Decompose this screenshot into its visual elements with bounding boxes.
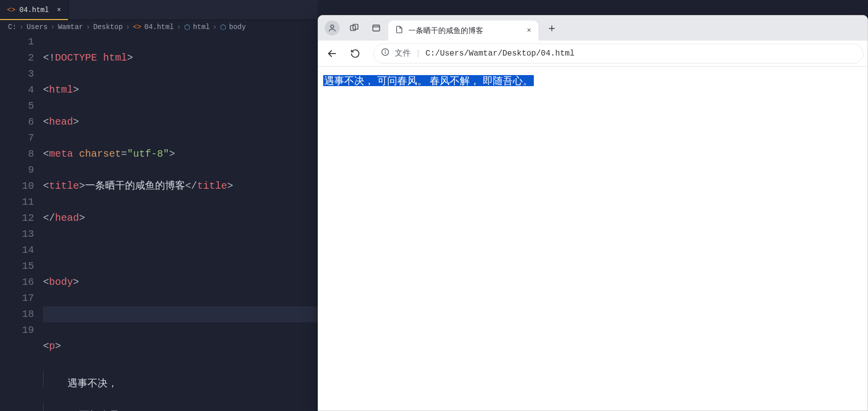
code-area[interactable]: 12345678910111213141516171819 <!DOCTYPE … [0, 34, 318, 411]
collections-icon[interactable] [366, 18, 386, 38]
chevron-right-icon: › [86, 23, 90, 31]
selected-paragraph-text[interactable]: 遇事不决， 可问春风。 春风不解， 即随吾心。 [323, 75, 534, 86]
address-bar: 文件 | C:/Users/Wamtar/Desktop/04.html [318, 41, 867, 67]
browser-tabs-row: 一条晒干的咸鱼的博客 × ＋ [318, 16, 867, 41]
workspaces-icon[interactable] [344, 18, 364, 38]
editor-tab-filename: 04.html [20, 6, 49, 14]
separator: | [416, 49, 421, 58]
html-file-icon: <> [7, 6, 16, 14]
chevron-right-icon: › [126, 23, 130, 31]
url-text: C:/Users/Wamtar/Desktop/04.html [426, 49, 575, 58]
browser-tab[interactable]: 一条晒干的咸鱼的博客 × [388, 21, 538, 41]
chevron-right-icon: › [20, 23, 24, 31]
back-button[interactable] [322, 44, 342, 64]
url-scheme-label: 文件 [395, 48, 411, 59]
struct-icon: ⬡ [220, 23, 226, 32]
svg-rect-3 [373, 25, 379, 31]
breadcrumb-part[interactable]: body [229, 23, 246, 31]
code-editor: <> 04.html × C: › Users › Wamtar › Deskt… [0, 0, 318, 411]
chevron-right-icon: › [177, 23, 181, 31]
info-icon[interactable] [381, 48, 390, 59]
breadcrumb: C: › Users › Wamtar › Desktop › <> 04.ht… [0, 20, 318, 34]
browser-window: 一条晒干的咸鱼的博客 × ＋ 文件 | C:/Users/Wamtar/Desk… [318, 15, 868, 411]
breadcrumb-part[interactable]: C: [8, 23, 17, 31]
chevron-right-icon: › [51, 23, 55, 31]
chevron-right-icon: › [213, 23, 217, 31]
code-text[interactable]: <!DOCTYPE html> <html> <head> <meta char… [43, 34, 318, 411]
svg-point-8 [385, 51, 386, 51]
breadcrumb-part[interactable]: 04.html [145, 23, 174, 31]
close-icon[interactable]: × [57, 6, 61, 14]
breadcrumb-part[interactable]: Wamtar [58, 23, 83, 31]
editor-tabs-row: <> 04.html × [0, 0, 318, 20]
line-gutter: 12345678910111213141516171819 [0, 34, 43, 411]
breadcrumb-part[interactable]: Users [27, 23, 48, 31]
url-field[interactable]: 文件 | C:/Users/Wamtar/Desktop/04.html [373, 44, 863, 64]
refresh-button[interactable] [345, 44, 365, 64]
browser-tab-title: 一条晒干的咸鱼的博客 [408, 26, 522, 36]
page-viewport[interactable]: 遇事不决， 可问春风。 春风不解， 即随吾心。 [318, 67, 867, 95]
breadcrumb-part[interactable]: html [193, 23, 210, 31]
profile-avatar-icon[interactable] [325, 21, 340, 36]
breadcrumb-part[interactable]: Desktop [93, 23, 123, 31]
editor-tab[interactable]: <> 04.html × [0, 0, 69, 20]
new-tab-button[interactable]: ＋ [543, 20, 560, 37]
page-icon [395, 25, 403, 37]
close-icon[interactable]: × [527, 27, 531, 35]
html-file-icon: <> [133, 23, 142, 31]
svg-point-0 [331, 25, 334, 28]
struct-icon: ⬡ [184, 23, 190, 32]
